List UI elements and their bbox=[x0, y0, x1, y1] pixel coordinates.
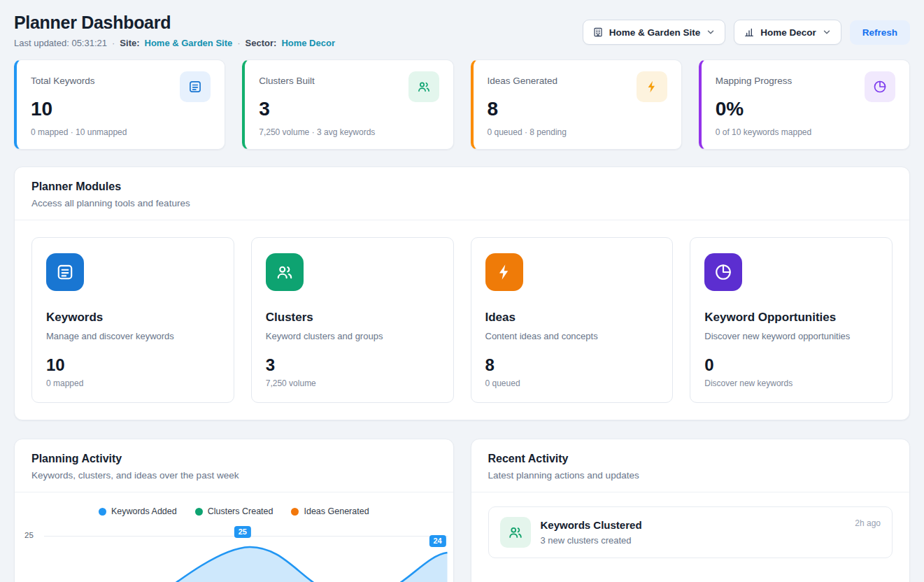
area-chart: 25 25 24 bbox=[15, 527, 453, 582]
stat-card-mapping-progress: Mapping Progress 0% 0 of 10 keywords map… bbox=[699, 59, 910, 150]
users-icon bbox=[500, 517, 531, 548]
legend-label: Keywords Added bbox=[111, 506, 177, 516]
meta-separator: · bbox=[112, 38, 115, 48]
data-point-label: 24 bbox=[429, 535, 446, 547]
module-title: Clusters bbox=[266, 311, 439, 325]
stat-card-total-keywords: Total Keywords 10 0 mapped · 10 unmapped bbox=[14, 59, 225, 150]
module-title: Ideas bbox=[485, 311, 659, 325]
section-title: Recent Activity bbox=[488, 453, 893, 465]
activity-item-keywords-clustered: Keywords Clustered 3 new clusters create… bbox=[488, 506, 893, 558]
recent-activity-header: Recent Activity Latest planning actions … bbox=[471, 439, 910, 492]
section-subtitle: Latest planning actions and updates bbox=[488, 470, 893, 481]
stat-label: Clusters Built bbox=[259, 71, 315, 86]
module-title: Keywords bbox=[46, 311, 220, 325]
legend-dot-icon bbox=[195, 508, 203, 516]
module-description: Keyword clusters and groups bbox=[266, 331, 439, 341]
sector-selector-dropdown[interactable]: Home Decor bbox=[734, 20, 841, 45]
activity-timestamp: 2h ago bbox=[855, 518, 881, 528]
bolt-icon bbox=[485, 253, 523, 291]
sector-link[interactable]: Home Decor bbox=[281, 38, 335, 48]
legend-label: Ideas Generated bbox=[304, 506, 369, 516]
module-value: 10 bbox=[46, 355, 220, 375]
stat-label: Ideas Generated bbox=[488, 71, 558, 86]
stat-label: Total Keywords bbox=[31, 71, 95, 86]
site-label: Site: bbox=[120, 38, 139, 48]
legend-dot-icon bbox=[291, 508, 299, 516]
planner-modules-header: Planner Modules Access all planning tool… bbox=[15, 167, 909, 220]
module-value: 8 bbox=[485, 355, 659, 375]
legend-label: Clusters Created bbox=[208, 506, 273, 516]
bolt-icon bbox=[637, 71, 667, 102]
stat-caption: 0 of 10 keywords mapped bbox=[716, 127, 895, 137]
module-caption: 0 queued bbox=[485, 378, 659, 388]
planning-activity-header: Planning Activity Keywords, clusters, an… bbox=[15, 439, 453, 492]
header-controls: Home & Garden Site Home Decor Refresh bbox=[583, 20, 910, 45]
module-value: 0 bbox=[704, 355, 878, 375]
activity-list: Keywords Clustered 3 new clusters create… bbox=[471, 492, 910, 572]
meta-separator-2: · bbox=[237, 38, 240, 48]
module-caption: 0 mapped bbox=[46, 378, 220, 388]
chevron-down-icon bbox=[706, 27, 716, 37]
chart-legend: Keywords Added Clusters Created Ideas Ge… bbox=[15, 492, 453, 516]
section-title: Planning Activity bbox=[31, 453, 436, 465]
section-title: Planner Modules bbox=[31, 180, 893, 193]
activity-description: 3 new clusters created bbox=[541, 535, 642, 546]
planning-activity-card: Planning Activity Keywords, clusters, an… bbox=[14, 439, 454, 582]
stat-caption: 0 queued · 8 pending bbox=[488, 127, 667, 137]
activity-item-body: Keywords Clustered 3 new clusters create… bbox=[541, 517, 642, 546]
users-icon bbox=[266, 253, 304, 291]
modules-grid: Keywords Manage and discover keywords 10… bbox=[15, 220, 909, 420]
section-subtitle: Access all planning tools and features bbox=[31, 198, 893, 208]
stat-card-ideas-generated: Ideas Generated 8 0 queued · 8 pending bbox=[471, 59, 682, 150]
bar-chart-icon bbox=[744, 27, 755, 38]
module-card-keywords[interactable]: Keywords Manage and discover keywords 10… bbox=[31, 237, 234, 403]
stats-row: Total Keywords 10 0 mapped · 10 unmapped… bbox=[14, 59, 910, 150]
sector-label: Sector: bbox=[246, 38, 277, 48]
planner-dashboard-page: Planner Dashboard Last updated: 05:31:21… bbox=[0, 0, 924, 582]
refresh-button[interactable]: Refresh bbox=[850, 20, 910, 45]
pie-chart-icon bbox=[865, 71, 895, 102]
stat-caption: 0 mapped · 10 unmapped bbox=[31, 127, 211, 137]
document-icon bbox=[180, 71, 211, 102]
module-card-keyword-opportunities[interactable]: Keyword Opportunities Discover new keywo… bbox=[690, 237, 893, 403]
stat-caption: 7,250 volume · 3 avg keywords bbox=[259, 127, 439, 137]
building-icon bbox=[592, 27, 604, 38]
legend-dot-icon bbox=[99, 508, 106, 516]
section-subtitle: Keywords, clusters, and ideas over the p… bbox=[31, 470, 436, 481]
header-left: Planner Dashboard Last updated: 05:31:21… bbox=[14, 13, 335, 48]
document-icon bbox=[46, 253, 84, 291]
stat-label: Mapping Progress bbox=[716, 71, 792, 86]
activity-title: Keywords Clustered bbox=[541, 517, 642, 531]
header: Planner Dashboard Last updated: 05:31:21… bbox=[14, 13, 910, 48]
meta-row: Last updated: 05:31:21 · Site: Home & Ga… bbox=[14, 38, 335, 48]
page-title: Planner Dashboard bbox=[14, 13, 335, 33]
site-selector-value: Home & Garden Site bbox=[609, 27, 701, 38]
planner-modules-panel: Planner Modules Access all planning tool… bbox=[14, 166, 910, 420]
recent-activity-card: Recent Activity Latest planning actions … bbox=[471, 439, 911, 582]
module-card-clusters[interactable]: Clusters Keyword clusters and groups 3 7… bbox=[251, 237, 454, 403]
module-caption: 7,250 volume bbox=[266, 378, 439, 388]
module-value: 3 bbox=[266, 355, 439, 375]
legend-item-ideas-generated: Ideas Generated bbox=[291, 506, 369, 516]
site-selector-dropdown[interactable]: Home & Garden Site bbox=[583, 20, 726, 45]
module-description: Discover new keyword opportunities bbox=[704, 331, 878, 341]
sector-selector-value: Home Decor bbox=[760, 27, 816, 38]
module-title: Keyword Opportunities bbox=[704, 311, 878, 325]
chevron-down-icon bbox=[822, 27, 832, 37]
users-icon bbox=[408, 71, 439, 102]
stat-card-clusters-built: Clusters Built 3 7,250 volume · 3 avg ke… bbox=[242, 59, 453, 150]
module-description: Content ideas and concepts bbox=[485, 331, 659, 341]
legend-item-clusters-created: Clusters Created bbox=[195, 506, 273, 516]
y-axis-tick: 25 bbox=[24, 531, 34, 539]
site-link[interactable]: Home & Garden Site bbox=[145, 38, 233, 48]
module-card-ideas[interactable]: Ideas Content ideas and concepts 8 0 que… bbox=[471, 237, 674, 403]
last-updated: Last updated: 05:31:21 bbox=[14, 38, 107, 48]
pie-chart-icon bbox=[704, 253, 742, 291]
bottom-row: Planning Activity Keywords, clusters, an… bbox=[14, 439, 910, 582]
data-point-label: 25 bbox=[234, 526, 251, 538]
module-caption: Discover new keywords bbox=[704, 378, 878, 388]
legend-item-keywords-added: Keywords Added bbox=[99, 506, 177, 516]
module-description: Manage and discover keywords bbox=[46, 331, 220, 341]
